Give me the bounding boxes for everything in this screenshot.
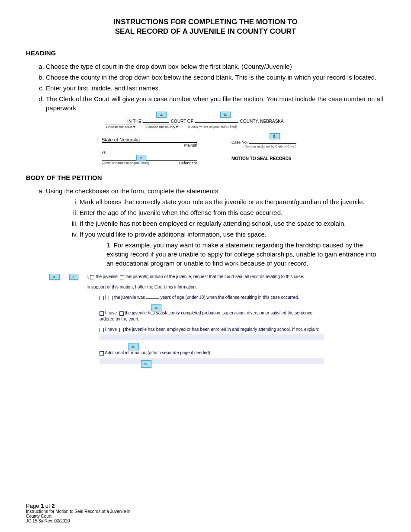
body-sub-1: 1. For example, you may want to make a s… — [80, 240, 385, 268]
instruction-d: The Clerk of the Court will give you a c… — [46, 94, 385, 112]
line2-post: years of age (under 18) when the offense… — [161, 295, 299, 300]
line4-pre: I have — [105, 327, 117, 332]
petition-line-3: I have the juvenile has satisfactorily c… — [100, 310, 324, 322]
body-roman-iv: If you would like to provide additional … — [80, 230, 385, 268]
checkbox-i-probation[interactable] — [100, 311, 104, 316]
heading-section-label: HEADING — [26, 49, 385, 57]
choose-county-dropdown[interactable]: Choose the county ▾ — [145, 125, 179, 129]
callout-petition-iv: iv. — [141, 360, 151, 368]
body-of-petition-heading: BODY OF THE PETITION — [26, 174, 385, 181]
plaintiff-label: Plaintiff — [102, 143, 197, 147]
instruction-b: Choose the county in the drop down box b… — [46, 73, 385, 82]
checkbox-additional[interactable] — [100, 351, 104, 356]
support-line: In support of this motion, I offer the C… — [87, 284, 324, 290]
callout-petition-a: a. — [49, 274, 60, 280]
petition-line-2: I the juvenile was years of age (under 1… — [100, 295, 324, 301]
line1-pre: I, — [87, 274, 89, 279]
additional-blank-line[interactable] — [100, 358, 324, 364]
line1-juvenile-label: the juvenile — [96, 274, 118, 279]
heading-instructions-list: Choose the type of court in the drop dow… — [26, 62, 385, 112]
form-header-illustration: IN THE COURT OF COUNTY, NEBRASKA Choose … — [102, 118, 309, 165]
county-nebraska-label: COUNTY, NEBRASKA — [240, 119, 284, 124]
instruction-a: Choose the type of court in the drop dow… — [46, 62, 385, 71]
instruction-c: Enter your first, middle, and last names… — [46, 83, 385, 93]
line1-parent-label: the parent/guardian of the juvenile, req… — [125, 274, 304, 279]
callout-petition-iii: iii. — [128, 343, 139, 350]
line5-text: Additional information (attach separate … — [105, 350, 211, 355]
petition-form-illustration: a. i. I, the juvenile the parent/guardia… — [87, 274, 324, 364]
checkbox-juvenile-age[interactable] — [109, 296, 113, 300]
checkbox-parent[interactable] — [120, 275, 124, 279]
in-the-label: IN THE — [127, 119, 141, 124]
body-instructions-list: Using the checkboxes on the form, comple… — [26, 186, 385, 268]
checkbox-i-employed[interactable] — [100, 328, 104, 332]
callout-a: a. — [156, 112, 167, 118]
callout-b: b. — [220, 112, 231, 118]
juvenile-named-note: (Juvenile named in original case) — [102, 161, 149, 165]
line2-juv: the juvenile was — [114, 295, 145, 300]
petition-line-4: I have the juvenile has been employed or… — [100, 327, 324, 340]
choose-court-dropdown[interactable]: Choose the court ▾ — [105, 125, 136, 129]
case-no-label: Case No. — [231, 140, 248, 144]
court-of-label: COURT OF — [171, 119, 193, 124]
age-blank[interactable] — [146, 295, 159, 299]
title-line-2: SEAL RECORD OF A JUVENILE IN COUNTY COUR… — [26, 27, 385, 36]
state-of-nebraska-label: State of Nebraska — [102, 137, 140, 142]
motion-to-seal-title: MOTION TO SEAL RECORDS — [231, 156, 296, 161]
callout-d: d. — [270, 133, 280, 139]
defendant-label: Defendant — [179, 161, 197, 165]
checkbox-juvenile[interactable] — [90, 275, 94, 279]
line2-pre: I — [105, 295, 106, 300]
body-roman-i: Mark all boxes that correctly state your… — [80, 197, 385, 206]
callout-petition-i: i. — [69, 274, 78, 280]
line3-pre: I have — [105, 311, 117, 315]
body-roman-iii: If the juvenile has not been employed or… — [80, 219, 385, 228]
vs-label: vs. — [102, 150, 197, 154]
line3-juv: the juvenile has satisfactorily complete… — [100, 311, 312, 321]
court-type-blank — [143, 118, 169, 123]
defendant-name-blank: c. — [102, 154, 197, 161]
petition-line-5: Additional information (attach separate … — [100, 350, 324, 364]
checkbox-juvenile-employed[interactable] — [119, 328, 124, 332]
checkbox-i-age[interactable] — [100, 296, 104, 300]
line4-juv: the juvenile has been employed or has be… — [125, 327, 319, 332]
body-a-text: Using the checkboxes on the form, comple… — [46, 187, 220, 195]
body-instruction-a: Using the checkboxes on the form, comple… — [46, 186, 385, 268]
checkbox-juvenile-probation[interactable] — [119, 311, 124, 316]
number-assigned-note: (Number assigned by Clerk of Court) — [231, 144, 296, 148]
title-line-1: INSTRUCTIONS FOR COMPLETING THE MOTION T… — [26, 17, 385, 27]
body-roman-ii: Enter the age of the juvenile when the o… — [80, 208, 385, 217]
county-where-note: (county where original action filed) — [188, 125, 237, 129]
petition-line-1: I, the juvenile the parent/guardian of t… — [87, 274, 324, 280]
explain-blank-line[interactable] — [100, 334, 324, 340]
body-roman-list: Mark all boxes that correctly state your… — [46, 197, 385, 268]
state-line: State of Nebraska — [102, 137, 197, 143]
callout-c: c. — [136, 155, 146, 161]
document-title: INSTRUCTIONS FOR COMPLETING THE MOTION T… — [26, 17, 385, 36]
body-roman-iv-text: If you would like to provide additional … — [80, 231, 267, 238]
county-blank — [195, 118, 238, 123]
